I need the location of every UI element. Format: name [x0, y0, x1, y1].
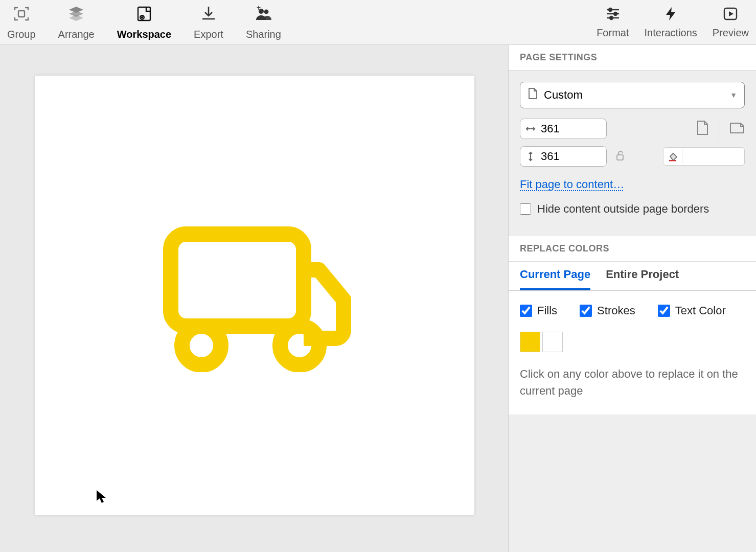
width-input[interactable] [541, 122, 587, 135]
arrange-icon [67, 5, 85, 26]
arrange-label: Arrange [58, 29, 95, 40]
sharing-button[interactable]: + Sharing [246, 5, 281, 40]
page-icon [528, 87, 538, 103]
page-size-value: Custom [544, 88, 583, 102]
svg-text:+: + [257, 5, 261, 12]
tab-entire-project[interactable]: Entire Project [606, 268, 679, 290]
textcolor-label: Text Color [675, 304, 726, 317]
svg-point-16 [182, 326, 221, 365]
fill-bucket-icon [665, 151, 682, 162]
tab-current-page[interactable]: Current Page [520, 268, 590, 290]
cursor-icon [96, 490, 107, 504]
canvas-page[interactable] [35, 76, 474, 515]
color-swatch-2[interactable] [542, 332, 563, 352]
svg-rect-0 [18, 11, 25, 17]
workspace-button[interactable]: Workspace [117, 5, 171, 40]
hide-content-checkbox[interactable] [520, 203, 531, 215]
workspace-label: Workspace [117, 29, 171, 40]
svg-point-9 [609, 8, 612, 11]
group-button[interactable]: Group [7, 5, 36, 40]
replace-colors-tabs: Current Page Entire Project [509, 262, 756, 291]
svg-marker-3 [69, 15, 83, 21]
svg-marker-18 [97, 490, 106, 503]
fills-checkbox[interactable] [520, 305, 532, 317]
right-panel: PAGE SETTINGS Custom ▼ [508, 45, 756, 552]
svg-rect-15 [171, 234, 304, 326]
fills-label: Fills [537, 304, 557, 317]
height-field[interactable] [520, 146, 607, 167]
fit-page-link[interactable]: Fit page to content… [520, 178, 624, 191]
strokes-checkbox[interactable] [580, 305, 592, 317]
fills-checkbox-row[interactable]: Fills [520, 304, 557, 317]
svg-point-7 [264, 9, 269, 14]
group-icon [12, 5, 31, 26]
replace-colors-header: REPLACE COLORS [509, 236, 756, 262]
page-bg-swatch[interactable] [682, 149, 743, 164]
interactions-button[interactable]: Interactions [644, 6, 697, 39]
svg-marker-12 [666, 7, 675, 20]
chevron-down-icon: ▼ [730, 91, 737, 99]
svg-marker-14 [729, 11, 734, 16]
lightning-icon [663, 6, 678, 24]
unlock-icon[interactable] [614, 149, 626, 164]
canvas-area[interactable] [0, 45, 508, 552]
textcolor-checkbox[interactable] [658, 305, 670, 317]
export-label: Export [194, 29, 223, 40]
svg-rect-20 [669, 160, 676, 161]
landscape-button[interactable] [729, 122, 745, 136]
width-field[interactable] [520, 119, 607, 139]
height-input[interactable] [541, 150, 587, 163]
sliders-icon [605, 6, 621, 24]
preview-button[interactable]: Preview [713, 6, 749, 39]
replace-hint: Click on any color above to replace it o… [509, 361, 756, 415]
portrait-button[interactable] [696, 120, 708, 137]
textcolor-checkbox-row[interactable]: Text Color [658, 304, 726, 317]
format-button[interactable]: Format [597, 6, 629, 39]
page-settings-header: PAGE SETTINGS [509, 45, 756, 71]
sharing-label: Sharing [246, 29, 281, 40]
export-button[interactable]: Export [194, 5, 223, 40]
page-background-color[interactable] [663, 147, 745, 166]
arrange-button[interactable]: Arrange [58, 5, 95, 40]
strokes-checkbox-row[interactable]: Strokes [580, 304, 635, 317]
hide-content-label: Hide content outside page borders [537, 202, 709, 216]
sharing-icon: + [254, 5, 272, 26]
orientation-divider [719, 118, 719, 140]
group-label: Group [7, 29, 36, 40]
play-icon [723, 6, 738, 24]
strokes-label: Strokes [597, 304, 635, 317]
svg-point-11 [610, 16, 613, 19]
export-icon [199, 5, 218, 26]
interactions-label: Interactions [644, 27, 697, 39]
svg-rect-19 [617, 155, 623, 160]
svg-point-10 [614, 12, 617, 15]
page-size-select[interactable]: Custom ▼ [520, 82, 745, 108]
top-toolbar: Group Arrange Workspace [0, 0, 756, 45]
preview-label: Preview [713, 27, 749, 39]
main-area: PAGE SETTINGS Custom ▼ [0, 45, 756, 552]
format-label: Format [597, 27, 629, 39]
svg-point-17 [280, 326, 319, 365]
workspace-icon [135, 5, 153, 26]
color-swatch-1[interactable] [520, 332, 540, 352]
